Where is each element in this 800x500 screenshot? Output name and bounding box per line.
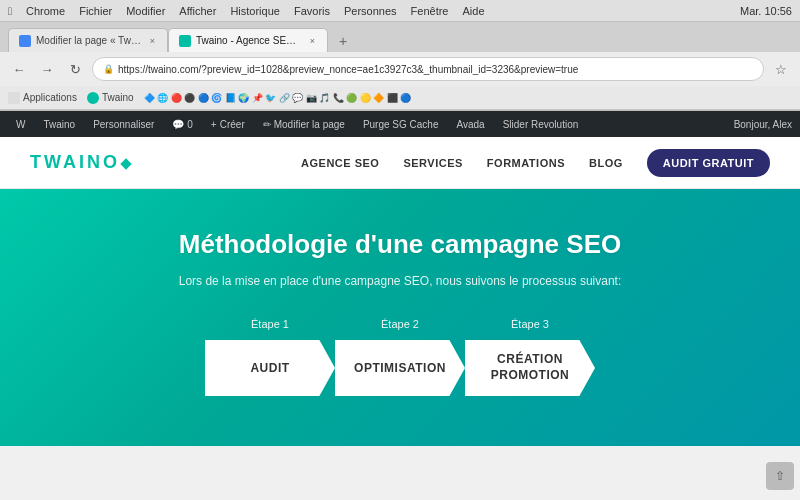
tab-1[interactable]: Modifier la page « Twaino – W... ×: [8, 28, 168, 52]
wp-slider-label: Slider Revolution: [503, 119, 579, 130]
tab-2[interactable]: Twaino - Agence SEO | Croiss... ×: [168, 28, 328, 52]
bookmark-twaino[interactable]: Twaino: [87, 92, 134, 104]
menu-fenetre[interactable]: Fenêtre: [411, 5, 449, 17]
clock: Mar. 10:56: [740, 5, 792, 17]
mac-topbar:  Chrome Fichier Modifier Afficher Histo…: [0, 0, 800, 22]
wp-icon: W: [16, 119, 25, 130]
menu-favoris[interactable]: Favoris: [294, 5, 330, 17]
step-3-text1: CRÉATION: [497, 352, 563, 368]
url-text: https://twaino.com/?preview_id=1028&prev…: [118, 64, 578, 75]
step-2-text: OPTIMISATION: [354, 361, 446, 375]
menu-aide[interactable]: Aide: [463, 5, 485, 17]
menu-chrome[interactable]: Chrome: [26, 5, 65, 17]
bookmark-icon-apps: [8, 92, 20, 104]
step-1-label: Étape 1: [251, 318, 289, 330]
menu-fichier[interactable]: Fichier: [79, 5, 112, 17]
bookmark-label-twaino: Twaino: [102, 92, 134, 103]
logo-text: TWAINO: [30, 152, 120, 172]
wp-comments[interactable]: 💬 0: [164, 111, 201, 137]
wp-site-label: Twaino: [43, 119, 75, 130]
site-header: TWAINO AGENCE SEO SERVICES FORMATIONS BL…: [0, 137, 800, 189]
wp-purge-cache[interactable]: Purge SG Cache: [355, 111, 447, 137]
new-tab-button[interactable]: +: [332, 30, 354, 52]
nav-link-blog[interactable]: BLOG: [589, 157, 623, 169]
forward-button[interactable]: →: [36, 58, 58, 80]
step-1-container: Étape 1 AUDIT: [205, 318, 335, 396]
mac-menu[interactable]:  Chrome Fichier Modifier Afficher Histo…: [8, 5, 485, 17]
site-nav: AGENCE SEO SERVICES FORMATIONS BLOG AUDI…: [301, 149, 770, 177]
step-1-button[interactable]: AUDIT: [205, 340, 335, 396]
wp-avada-label: Avada: [456, 119, 484, 130]
wp-count: 0: [187, 119, 193, 130]
tab-bar: Modifier la page « Twaino – W... × Twain…: [0, 22, 800, 52]
bookmark-button[interactable]: ☆: [770, 58, 792, 80]
tab-1-label: Modifier la page « Twaino – W...: [36, 35, 143, 46]
reload-button[interactable]: ↻: [64, 58, 86, 80]
menu-modifier[interactable]: Modifier: [126, 5, 165, 17]
tab-2-close[interactable]: ×: [308, 35, 317, 47]
bookmark-applications[interactable]: Applications: [8, 92, 77, 104]
menu-historique[interactable]: Historique: [230, 5, 280, 17]
lock-icon: 🔒: [103, 64, 114, 74]
wp-new-label: Créer: [220, 119, 245, 130]
wp-greeting: Bonjour, Alex: [734, 119, 792, 130]
steps-row: Étape 1 AUDIT Étape 2 OPTIMISATION Étape…: [20, 318, 780, 396]
logo-diamond-icon: [120, 158, 131, 169]
hero-title: Méthodologie d'une campagne SEO: [20, 229, 780, 260]
wp-customize[interactable]: Personnaliser: [85, 111, 162, 137]
wp-edit-icon: ✏: [263, 119, 271, 130]
bookmarks-bar: Applications Twaino 🔷 🌐 🔴 ⚫ 🔵 🌀 📘 🌍 📌 🐦 …: [0, 86, 800, 110]
step-2-container: Étape 2 OPTIMISATION: [335, 318, 465, 396]
hero-section: Méthodologie d'une campagne SEO Lors de …: [0, 189, 800, 446]
step-2-label: Étape 2: [381, 318, 419, 330]
step-3-container: Étape 3 CRÉATION PROMOTION: [465, 318, 595, 396]
wp-purge-label: Purge SG Cache: [363, 119, 439, 130]
menu-personnes[interactable]: Personnes: [344, 5, 397, 17]
wp-plus-icon: +: [211, 119, 217, 130]
website-content: TWAINO AGENCE SEO SERVICES FORMATIONS BL…: [0, 137, 800, 446]
bookmark-misc-icons: 🔷 🌐 🔴 ⚫ 🔵 🌀 📘 🌍 📌 🐦 🔗 💬 📷 🎵 📞 🟢 🟡 🔶 ⬛ 🔵: [144, 93, 412, 103]
mac-status: Mar. 10:56: [740, 5, 792, 17]
wp-customize-label: Personnaliser: [93, 119, 154, 130]
audit-gratuit-button[interactable]: AUDIT GRATUIT: [647, 149, 770, 177]
browser-nav-bar: ← → ↻ 🔒 https://twaino.com/?preview_id=1…: [0, 52, 800, 86]
nav-link-services[interactable]: SERVICES: [403, 157, 462, 169]
site-logo[interactable]: TWAINO: [30, 152, 130, 173]
step-3-label: Étape 3: [511, 318, 549, 330]
step-3-button[interactable]: CRÉATION PROMOTION: [465, 340, 595, 396]
tab-favicon-1: [19, 35, 31, 47]
wp-slider[interactable]: Slider Revolution: [495, 111, 587, 137]
wp-edit-label: Modifier la page: [274, 119, 345, 130]
url-bar[interactable]: 🔒 https://twaino.com/?preview_id=1028&pr…: [92, 57, 764, 81]
nav-link-formations[interactable]: FORMATIONS: [487, 157, 565, 169]
wp-logo[interactable]: W: [8, 111, 33, 137]
bookmark-icon-twaino: [87, 92, 99, 104]
hero-subtitle: Lors de la mise en place d'une campagne …: [20, 274, 780, 288]
step-2-button[interactable]: OPTIMISATION: [335, 340, 465, 396]
step-1-text: AUDIT: [250, 361, 289, 375]
wp-edit-page[interactable]: ✏ Modifier la page: [255, 111, 353, 137]
apple-icon[interactable]: : [8, 5, 12, 17]
browser-chrome: Modifier la page « Twaino – W... × Twain…: [0, 22, 800, 111]
bookmark-label-apps: Applications: [23, 92, 77, 103]
tab-1-close[interactable]: ×: [148, 35, 157, 47]
wp-site-name[interactable]: Twaino: [35, 111, 83, 137]
wp-new[interactable]: + Créer: [203, 111, 253, 137]
menu-afficher[interactable]: Afficher: [179, 5, 216, 17]
greeting-text: Bonjour, Alex: [734, 119, 792, 130]
wp-bubble-icon: 💬: [172, 119, 184, 130]
wp-admin-bar: W Twaino Personnaliser 💬 0 + Créer ✏ Mod…: [0, 111, 800, 137]
tab-2-label: Twaino - Agence SEO | Croiss...: [196, 35, 303, 46]
step-3-text2: PROMOTION: [491, 368, 570, 384]
nav-link-agence-seo[interactable]: AGENCE SEO: [301, 157, 379, 169]
back-button[interactable]: ←: [8, 58, 30, 80]
scroll-up-button[interactable]: ⇧: [766, 462, 794, 490]
wp-avada[interactable]: Avada: [448, 111, 492, 137]
tab-favicon-2: [179, 35, 191, 47]
